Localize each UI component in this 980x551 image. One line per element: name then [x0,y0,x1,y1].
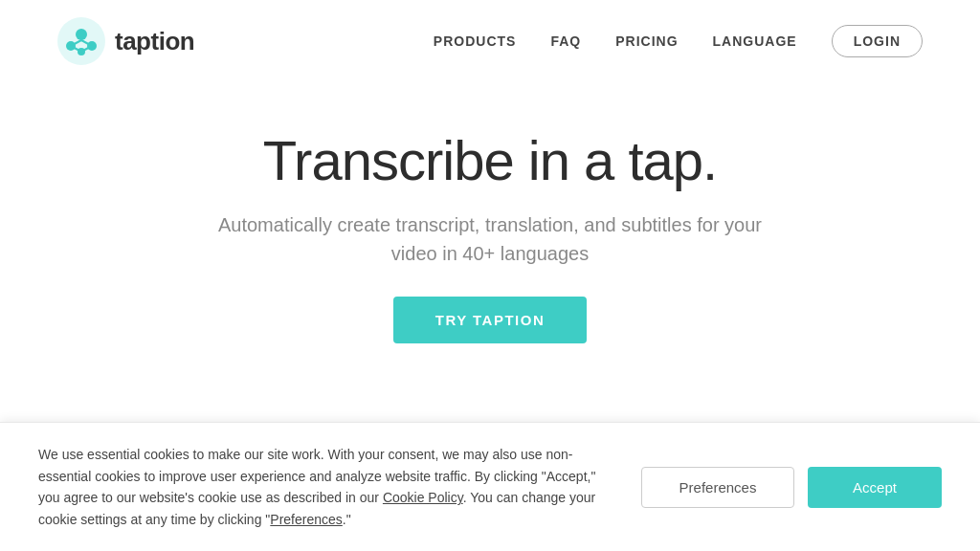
cookie-buttons: Preferences Accept [641,467,942,508]
hero-heading: Transcribe in a tap. [19,130,961,191]
svg-point-1 [76,29,87,40]
preferences-button[interactable]: Preferences [641,467,794,508]
nav-login[interactable]: LOGIN [832,25,923,57]
try-taption-button[interactable]: TRY TAPTION [393,297,588,343]
hero-subtext: Automatically create transcript, transla… [212,210,768,268]
logo-icon [57,17,105,65]
accept-button[interactable]: Accept [808,467,942,508]
cookie-text: We use essential cookies to make our sit… [38,444,612,530]
hero-section: Transcribe in a tap. Automatically creat… [0,82,980,382]
logo[interactable]: taption [57,17,194,65]
nav-links: PRODUCTS FAQ PRICING LANGUAGE LOGIN [434,25,923,57]
nav-pricing[interactable]: PRICING [615,33,678,49]
cookie-preferences-inline-link[interactable]: Preferences [270,512,342,527]
logo-wordmark: taption [115,27,194,56]
nav-products[interactable]: PRODUCTS [434,33,517,49]
navbar: taption PRODUCTS FAQ PRICING LANGUAGE LO… [0,0,980,82]
nav-faq[interactable]: FAQ [550,33,581,49]
nav-language[interactable]: LANGUAGE [713,33,797,49]
cookie-banner: We use essential cookies to make our sit… [0,422,980,551]
cookie-policy-link[interactable]: Cookie Policy [383,490,463,505]
cookie-text-part3: ." [343,512,351,527]
